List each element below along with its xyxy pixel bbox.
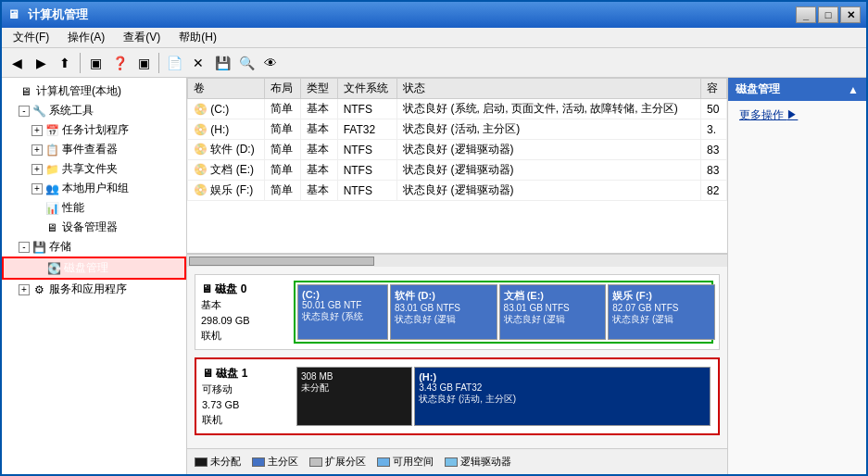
show-hide-button[interactable]: ▣ — [84, 52, 107, 74]
tree-toggle-local_users[interactable]: + — [31, 183, 43, 194]
cell-status: 状态良好 (活动, 主分区) — [397, 119, 701, 140]
up-button[interactable]: ⬆ — [54, 52, 76, 74]
menu-help[interactable]: 帮助(H) — [171, 28, 224, 47]
tree-item-services[interactable]: +⚙服务和应用程序 — [2, 280, 186, 299]
disk0-partition-e[interactable]: 文档 (E:) 83.01 GB NTFS 状态良好 (逻辑 — [499, 284, 607, 340]
tree-item-system_tools[interactable]: -🔧系统工具 — [2, 101, 186, 120]
legend-extended-label: 扩展分区 — [325, 455, 366, 469]
tree-toggle-storage[interactable]: - — [19, 242, 30, 253]
table-row[interactable]: 📀 软件 (D:)简单基本NTFS状态良好 (逻辑驱动器)83 — [188, 140, 727, 160]
delete-button[interactable]: ✕ — [187, 52, 209, 74]
disk1-size: 3.73 GB — [202, 397, 287, 413]
tree-icon-root: 🖥 — [19, 84, 33, 99]
cell-type: 基本 — [301, 160, 337, 181]
horizontal-scrollbar[interactable] — [187, 254, 727, 267]
disk0-partition-f[interactable]: 娱乐 (F:) 82.07 GB NTFS 状态良好 (逻辑 — [608, 284, 715, 340]
disk0-type: 基本 — [201, 297, 286, 313]
tree-item-disk_management[interactable]: 💽磁盘管理 — [2, 257, 186, 280]
back-button[interactable]: ◀ — [6, 52, 28, 74]
disk0-partitions: (C:) 50.01 GB NTF 状态良好 (系统 软件 (D:) 83.01… — [294, 281, 713, 344]
legend-free-label: 可用空间 — [393, 455, 434, 469]
tree-item-root[interactable]: 🖥计算机管理(本地) — [2, 81, 186, 101]
menu-action[interactable]: 操作(A) — [60, 28, 112, 47]
cell-cap: 82 — [701, 181, 727, 201]
tree-icon-local_users: 👥 — [44, 182, 59, 196]
cell-fs: NTFS — [337, 181, 397, 201]
cell-vol: 📀 (H:) — [188, 119, 265, 140]
menu-view[interactable]: 查看(V) — [116, 28, 168, 47]
legend-primary-label: 主分区 — [268, 455, 298, 469]
tree-toggle-services[interactable]: + — [19, 284, 30, 295]
cell-layout: 简单 — [265, 181, 301, 201]
cell-layout: 简单 — [265, 99, 301, 119]
minimize-button[interactable]: _ — [796, 6, 816, 23]
table-row[interactable]: 📀 娱乐 (F:)简单基本NTFS状态良好 (逻辑驱动器)82 — [188, 181, 727, 201]
legend-extended-box — [309, 457, 322, 467]
tree-label-device_manager: 设备管理器 — [62, 219, 118, 235]
disk1-info: 🖥 磁盘 1 可移动 3.73 GB 联机 — [202, 365, 295, 428]
maximize-button[interactable]: □ — [818, 6, 838, 23]
tree-toggle-system_tools[interactable]: - — [19, 106, 30, 117]
tree-icon-shared_folders: 📁 — [44, 162, 59, 177]
tree-item-shared_folders[interactable]: +📁共享文件夹 — [2, 159, 186, 179]
toolbar: ◀ ▶ ⬆ ▣ ❓ ▣ 📄 ✕ 💾 🔍 👁 — [2, 48, 866, 78]
tree-label-root: 计算机管理(本地) — [36, 83, 121, 99]
cell-fs: FAT32 — [337, 119, 397, 140]
col-header-fs: 文件系统 — [337, 79, 397, 99]
help-toolbar-button[interactable]: ❓ — [108, 52, 131, 74]
col-header-vol: 卷 — [188, 79, 265, 99]
col-header-type: 类型 — [301, 79, 337, 99]
search-button[interactable]: 🔍 — [235, 52, 258, 74]
toolbar-btn-3[interactable]: ▣ — [132, 52, 155, 74]
legend-logical-box — [445, 457, 458, 467]
disk0-partition-d[interactable]: 软件 (D:) 83.01 GB NTFS 状态良好 (逻辑 — [390, 284, 497, 340]
table-row[interactable]: 📀 文档 (E:)简单基本NTFS状态良好 (逻辑驱动器)83 — [188, 160, 727, 181]
action-panel-collapse-icon[interactable]: ▲ — [848, 83, 859, 96]
legend: 未分配 主分区 扩展分区 可用空间 逻辑驱动器 — [187, 448, 727, 474]
cell-type: 基本 — [301, 119, 337, 140]
cell-fs: NTFS — [337, 160, 397, 181]
tree-item-event_viewer[interactable]: +📋事件查看器 — [2, 140, 186, 159]
disk1-unallocated[interactable]: 308 MB 未分配 — [296, 367, 412, 426]
tree-toggle-event_viewer[interactable]: + — [31, 144, 43, 156]
cell-fs: NTFS — [337, 99, 397, 119]
disk-visual-area: 🖥 磁盘 0 基本 298.09 GB 联机 (C:) 50.01 GB NTF… — [187, 267, 727, 448]
properties-button[interactable]: 💾 — [211, 52, 233, 74]
cell-layout: 简单 — [265, 160, 301, 181]
disk0-partition-c[interactable]: (C:) 50.01 GB NTF 状态良好 (系统 — [297, 284, 388, 340]
table-row[interactable]: 📀 (H:)简单基本FAT32状态良好 (活动, 主分区)3. — [188, 119, 727, 140]
tree-label-disk_management: 磁盘管理 — [64, 260, 108, 276]
tree-item-local_users[interactable]: +👥本地用户和组 — [2, 179, 186, 198]
more-actions-arrow: ▶ — [786, 108, 798, 121]
tree-toggle-task_scheduler[interactable]: + — [31, 125, 43, 136]
cell-cap: 83 — [701, 160, 727, 181]
cell-status: 状态良好 (逻辑驱动器) — [397, 160, 701, 181]
tree-toggle-shared_folders[interactable]: + — [31, 164, 43, 175]
cell-vol: 📀 软件 (D:) — [188, 140, 265, 160]
tree-item-task_scheduler[interactable]: +📅任务计划程序 — [2, 120, 186, 140]
menu-bar: 文件(F) 操作(A) 查看(V) 帮助(H) — [2, 28, 866, 48]
h-scroll-thumb[interactable] — [189, 257, 374, 266]
tree-item-storage[interactable]: -💾存储 — [2, 237, 186, 257]
disk1-container: 🖥 磁盘 1 可移动 3.73 GB 联机 308 MB 未分配 ( — [195, 357, 720, 435]
tree-icon-disk_management: 💽 — [46, 261, 61, 276]
more-actions-item[interactable]: 更多操作 ▶ — [728, 105, 866, 126]
cell-type: 基本 — [301, 99, 337, 119]
cell-type: 基本 — [301, 181, 337, 201]
tree-label-services: 服务和应用程序 — [49, 282, 127, 297]
title-bar: 🖥 计算机管理 _ □ ✕ — [2, 2, 866, 28]
col-header-cap: 容 — [701, 79, 727, 99]
disk-table-area: 卷 布局 类型 文件系统 状态 容 📀 (C:)简单基本NTFS状态良好 (系统… — [187, 78, 727, 254]
menu-file[interactable]: 文件(F) — [6, 28, 57, 47]
new-button[interactable]: 📄 — [163, 52, 185, 74]
legend-unallocated-box — [195, 457, 208, 467]
disk1-partitions: 308 MB 未分配 (H:) 3.43 GB FAT32 状态良好 (活动, … — [295, 365, 712, 428]
legend-extended: 扩展分区 — [309, 455, 366, 469]
tree-item-performance[interactable]: 📊性能 — [2, 198, 186, 218]
table-row[interactable]: 📀 (C:)简单基本NTFS状态良好 (系统, 启动, 页面文件, 活动, 故障… — [188, 99, 727, 119]
view-button[interactable]: 👁 — [259, 52, 282, 74]
forward-button[interactable]: ▶ — [30, 52, 52, 74]
tree-item-device_manager[interactable]: 🖥设备管理器 — [2, 218, 186, 237]
disk1-partition-h[interactable]: (H:) 3.43 GB FAT32 状态良好 (活动, 主分区) — [414, 367, 711, 426]
close-button[interactable]: ✕ — [840, 6, 861, 23]
